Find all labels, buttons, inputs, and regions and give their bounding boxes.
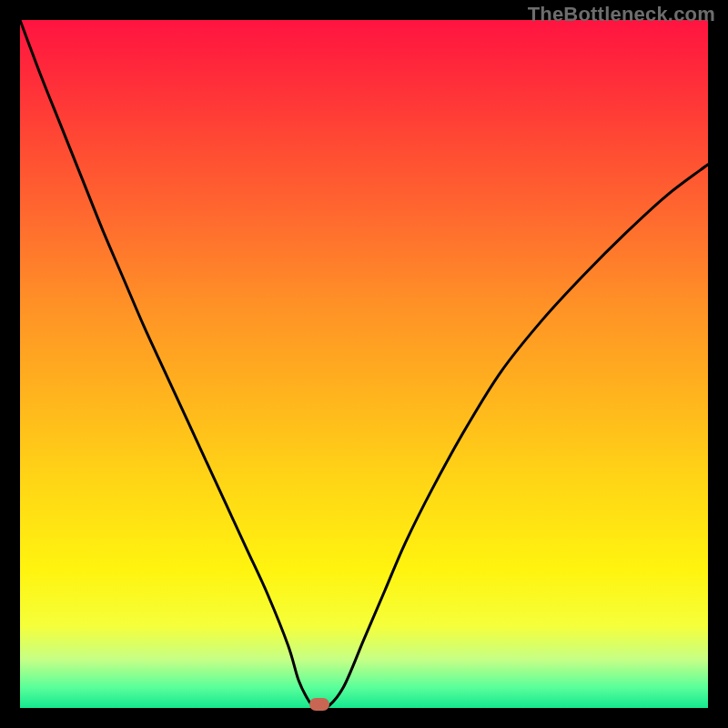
minimum-marker	[309, 698, 329, 711]
bottleneck-curve	[20, 20, 708, 708]
chart-frame: TheBottleneck.com	[0, 0, 728, 728]
